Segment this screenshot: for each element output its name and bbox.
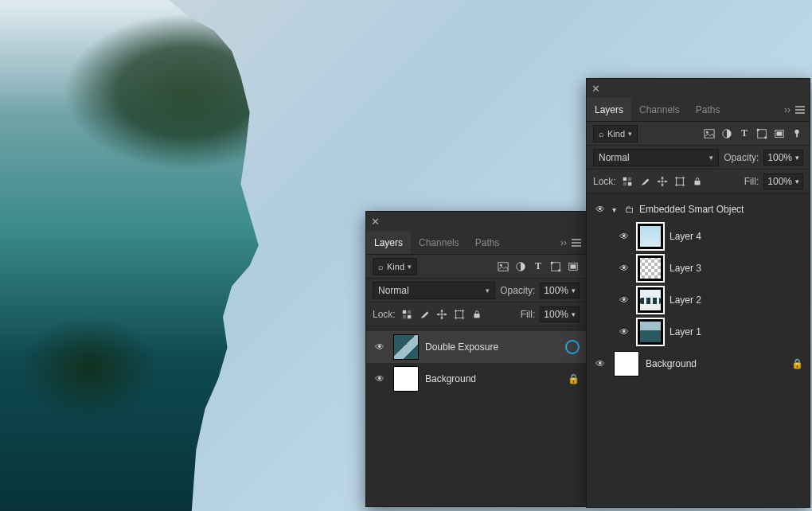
layer-thumbnail[interactable] (638, 287, 663, 313)
filter-kind-select[interactable]: ⌕Kind▾ (373, 258, 417, 275)
visibility-toggle[interactable]: 👁 (593, 358, 607, 369)
fill-input[interactable]: 100%▾ (540, 306, 580, 322)
blend-mode-value: Normal (378, 285, 409, 296)
folder-icon: 🗀 (625, 204, 634, 215)
panel-menu[interactable]: ›› (560, 237, 586, 248)
filter-toggle-icon[interactable] (791, 127, 803, 140)
visibility-toggle[interactable]: 👁 (593, 204, 607, 215)
layer-name[interactable]: Layer 1 (670, 326, 803, 337)
svg-rect-24 (623, 177, 626, 180)
lock-pixels-icon[interactable] (400, 308, 413, 321)
lock-position-icon[interactable] (656, 175, 669, 188)
lock-all-icon[interactable] (470, 308, 483, 321)
layer-group-header[interactable]: 👁 ▾ 🗀 Embedded Smart Object (587, 198, 810, 220)
panel-titlebar[interactable]: ✕ (366, 212, 586, 231)
layer-row[interactable]: 👁 Background 🔒 (587, 348, 810, 380)
layer-row[interactable]: 👁 Double Exposure (366, 331, 586, 363)
visibility-toggle[interactable]: 👁 (617, 263, 631, 274)
layer-row[interactable]: 👁 Background 🔒 (366, 363, 586, 395)
layer-thumbnail[interactable] (393, 334, 419, 360)
lock-label: Lock: (593, 176, 616, 187)
lock-pixels-icon[interactable] (621, 175, 634, 188)
layer-thumbnail[interactable] (638, 256, 663, 281)
layer-name[interactable]: Background (646, 358, 785, 369)
visibility-toggle[interactable]: 👁 (617, 326, 631, 337)
opacity-input[interactable]: 100%▾ (540, 283, 580, 298)
filter-adjust-icon[interactable] (514, 260, 527, 273)
filter-adjust-icon[interactable] (720, 127, 733, 140)
tab-paths[interactable]: Paths (467, 231, 508, 254)
lock-brush-icon[interactable] (418, 308, 431, 321)
svg-rect-21 (777, 131, 783, 135)
svg-rect-7 (571, 264, 576, 268)
lock-artboard-icon[interactable] (453, 308, 466, 321)
filter-image-icon[interactable] (497, 260, 509, 273)
layer-row[interactable]: 👁 Layer 4 (587, 220, 810, 252)
visibility-toggle[interactable]: 👁 (617, 231, 631, 242)
layer-row[interactable]: 👁 Layer 3 (587, 252, 810, 284)
lock-artboard-icon[interactable] (673, 175, 686, 188)
close-icon[interactable]: ✕ (371, 216, 380, 228)
visibility-toggle[interactable]: 👁 (373, 373, 387, 384)
filter-kind-select[interactable]: ⌕Kind▾ (593, 125, 638, 142)
tab-channels[interactable]: Channels (411, 231, 467, 254)
svg-rect-19 (765, 136, 767, 138)
close-icon[interactable]: ✕ (591, 83, 600, 95)
layer-thumbnail[interactable] (614, 351, 639, 376)
filter-shape-icon[interactable] (755, 127, 768, 140)
tab-paths[interactable]: Paths (688, 98, 728, 121)
svg-rect-0 (498, 262, 508, 271)
svg-rect-5 (559, 269, 561, 271)
layer-name[interactable]: Layer 2 (670, 295, 803, 306)
filter-image-icon[interactable] (703, 127, 716, 140)
filter-shape-icon[interactable] (549, 260, 562, 273)
filter-row: ⌕Kind▾ T (366, 255, 586, 279)
layer-row[interactable]: 👁 Layer 1 (587, 316, 810, 348)
visibility-toggle[interactable]: 👁 (617, 295, 631, 306)
blend-mode-select[interactable]: Normal▾ (373, 282, 495, 299)
lock-brush-icon[interactable] (638, 175, 651, 188)
lock-icon: 🔒 (791, 358, 803, 369)
fill-input[interactable]: 100%▾ (763, 174, 803, 189)
panel-titlebar[interactable]: ✕ (587, 79, 810, 98)
tab-channels[interactable]: Channels (631, 98, 688, 121)
menu-icon (572, 239, 581, 247)
opacity-input[interactable]: 100%▾ (763, 150, 803, 166)
filter-smart-icon[interactable] (773, 127, 786, 140)
visibility-toggle[interactable]: 👁 (373, 341, 387, 353)
layer-thumbnail[interactable] (638, 319, 663, 345)
tab-layers[interactable]: Layers (587, 98, 631, 121)
filter-text-icon[interactable]: T (738, 127, 751, 140)
chevron-down-icon: ▾ (709, 154, 713, 162)
layer-row[interactable]: 👁 Layer 2 (587, 284, 810, 316)
lock-position-icon[interactable] (435, 308, 448, 321)
opacity-value: 100% (544, 285, 568, 296)
filter-row: ⌕Kind▾ T (587, 122, 810, 146)
tab-layers[interactable]: Layers (366, 231, 411, 254)
fill-label: Fill: (744, 176, 759, 187)
fill-value: 100% (767, 176, 792, 187)
layer-thumbnail[interactable] (638, 224, 663, 249)
layer-thumbnail[interactable] (393, 366, 419, 392)
layer-list: 👁 Double Exposure 👁 Background 🔒 (366, 326, 586, 400)
layer-name[interactable]: Double Exposure (425, 341, 559, 353)
layer-name[interactable]: Layer 4 (670, 231, 803, 242)
chevron-down-icon: ▾ (408, 263, 412, 271)
lock-row: Lock: Fill: 100%▾ (587, 170, 810, 193)
filter-smart-icon[interactable] (567, 260, 580, 273)
chevron-right-icon: ›› (560, 237, 567, 248)
layer-list: 👁 ▾ 🗀 Embedded Smart Object 👁 Layer 4 👁 … (587, 193, 810, 384)
svg-point-15 (706, 131, 709, 133)
group-name[interactable]: Embedded Smart Object (639, 204, 803, 215)
svg-rect-28 (676, 177, 683, 185)
lock-all-icon[interactable] (691, 175, 704, 188)
blend-row: Normal▾ Opacity: 100%▾ (587, 146, 810, 170)
blend-mode-select[interactable]: Normal▾ (593, 149, 719, 166)
panel-tabs: Layers Channels Paths ›› (587, 98, 810, 122)
layer-name[interactable]: Layer 3 (670, 263, 803, 274)
svg-rect-4 (551, 261, 553, 263)
collapse-toggle[interactable]: ▾ (612, 205, 620, 214)
layer-name[interactable]: Background (425, 373, 561, 384)
panel-menu[interactable]: ›› (784, 104, 810, 115)
filter-text-icon[interactable]: T (532, 260, 545, 273)
